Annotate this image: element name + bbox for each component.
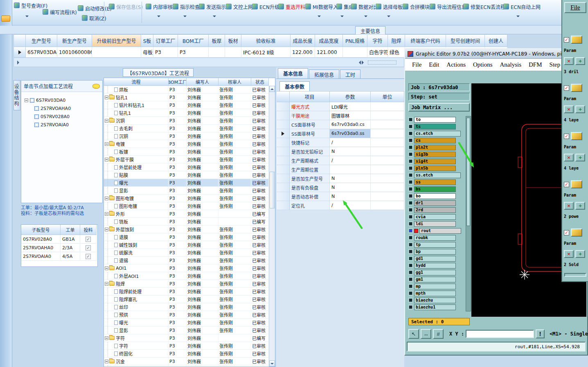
tree-node-child[interactable]: 0S7RV028A0 <box>34 112 102 121</box>
step-label[interactable]: Step: set <box>408 93 470 101</box>
layer-visibility-checkbox[interactable] <box>408 208 413 212</box>
subboard-row[interactable]: 0S7RV028A0GB1A✓ <box>21 235 97 244</box>
process-row[interactable]: AOI1P3刘伟巍张传刚已审核 <box>104 264 275 272</box>
job-matrix-button[interactable]: Job Matrix ... <box>408 103 470 112</box>
toolbar-button[interactable]: MI数据导入 <box>304 2 340 11</box>
layer-visibility-checkbox[interactable] <box>408 145 413 150</box>
process-row[interactable]: 板镀P3刘伟巍张传刚已审核 <box>104 148 275 156</box>
layer-visibility-checkbox[interactable] <box>408 201 413 205</box>
grid-column-header[interactable]: BOM工厂 <box>178 34 209 47</box>
process-row[interactable]: 沉铜P3刘伟巍张传刚已审核 <box>104 117 275 125</box>
layer-row[interactable]: ldi <box>408 220 464 227</box>
grid-column-header[interactable]: 新生产型号 <box>57 34 92 47</box>
layer-row[interactable]: bp <box>408 248 464 255</box>
layer-visibility-checkbox[interactable] <box>408 152 413 157</box>
tool-icon-button[interactable] <box>571 180 582 188</box>
checked-checkbox[interactable]: ✓ <box>564 85 569 91</box>
layer-row[interactable]: tp <box>408 241 464 248</box>
tool-icon-button[interactable] <box>571 228 582 237</box>
dropdown-arrow-icon[interactable] <box>387 16 390 19</box>
grid-tool-button[interactable]: # <box>433 329 444 339</box>
action-icon-button[interactable]: × <box>564 105 574 113</box>
process-row[interactable]: 外形P3刘伟巍已编写 <box>104 210 275 218</box>
param-value-cell[interactable]: LDI曝光 <box>330 102 371 111</box>
comment-icon[interactable] <box>92 84 100 89</box>
dropdown-arrow-icon[interactable] <box>364 16 367 19</box>
tree-node-child[interactable]: 2S7RVOAIA0 <box>34 121 102 129</box>
process-row[interactable]: 去毛刺P3刘伟巍张传刚已审核 <box>104 125 275 132</box>
param-value-cell[interactable] <box>330 165 371 174</box>
layer-visibility-checkbox[interactable] <box>408 256 413 261</box>
layer-visibility-checkbox[interactable] <box>408 180 413 184</box>
tree-node-child[interactable]: 2S7RVOAHA0 <box>34 104 102 112</box>
grid-column-header[interactable]: 板厚 <box>209 34 225 47</box>
layer-row[interactable]: mpth <box>408 290 464 297</box>
param-row[interactable]: SS面菲林号6s7rv03da0.ss <box>277 129 404 138</box>
dropdown-arrow-icon[interactable] <box>183 16 187 19</box>
grid-column-header[interactable]: 生产型号 <box>26 34 57 47</box>
tool-icon-button[interactable] <box>571 36 582 44</box>
grid-navigator[interactable] <box>14 58 404 67</box>
grid-column-header[interactable]: 验收标准 <box>241 34 291 47</box>
process-row[interactable]: 显影P3刘伟巍张传刚已审核 <box>104 187 275 195</box>
info-tab[interactable]: 拓展信息 <box>309 69 339 78</box>
toolbar-button[interactable]: 内部审核 <box>144 2 174 11</box>
collapse-toggle-icon[interactable] <box>25 98 28 102</box>
layer-visibility-checkbox[interactable] <box>408 228 413 233</box>
toolbar-button[interactable]: 保存信息(S) <box>107 2 144 11</box>
param-row[interactable]: 是否有负极盘N <box>277 183 404 192</box>
process-row[interactable]: 外层前处理P3刘伟巍张传刚已审核 <box>104 163 275 171</box>
grid-column-header[interactable]: 终端客户代码 <box>405 34 446 47</box>
process-row[interactable]: 显影P3刘伟巍张传刚已审核 <box>104 327 275 334</box>
process-row[interactable]: 铣板P3刘伟巍已编写 <box>104 218 275 226</box>
action-icon-button[interactable]: × <box>564 250 574 258</box>
info-tab[interactable]: 工时 <box>340 69 360 78</box>
process-row[interactable]: 阻焊塞孔P3刘伟巍张传刚已审核 <box>104 295 275 303</box>
xy-input[interactable] <box>466 330 534 338</box>
layer-visibility-checkbox[interactable] <box>408 173 413 177</box>
process-row[interactable]: 曝光P3刘伟巍张传刚已审核 <box>104 319 275 327</box>
action-icon-button[interactable]: + <box>575 57 585 65</box>
nav-slider[interactable] <box>368 60 397 65</box>
pointer-tool-button[interactable]: ↖ <box>408 329 419 339</box>
param-value-cell[interactable]: N <box>330 147 371 156</box>
layer-visibility-checkbox[interactable] <box>408 166 413 170</box>
checked-checkbox[interactable]: ✓ <box>86 254 91 259</box>
process-row[interactable]: 铝片料钻孔1P3刘伟巍张传刚已审核 <box>104 101 275 109</box>
info-tab[interactable]: 基本信息 <box>278 68 308 78</box>
dropdown-arrow-icon[interactable] <box>340 16 344 19</box>
collapse-toggle-icon[interactable] <box>105 158 108 161</box>
action-icon-button[interactable]: × <box>564 154 574 161</box>
grid-column-header[interactable]: S板 <box>141 34 153 47</box>
process-row[interactable]: 外层干膜P3刘伟巍张传刚已审核 <box>104 156 275 163</box>
collapse-toggle-icon[interactable] <box>105 266 108 270</box>
nav-next-icon[interactable] <box>362 60 366 65</box>
toolbar-button[interactable]: ECN自动上网 <box>502 2 542 11</box>
layer-row[interactable]: gm1 <box>408 276 464 283</box>
menu-item[interactable]: Options <box>469 60 496 69</box>
param-row[interactable]: CS面菲林号6s7rv03da0.cs <box>277 120 404 129</box>
process-row[interactable]: 阻焊前处理P3刘伟巍张传刚已审核 <box>104 288 275 295</box>
toolbar-button[interactable]: 编写流程(R) <box>41 8 79 16</box>
param-row[interactable]: 定位孔/ <box>277 201 404 210</box>
param-row[interactable]: 是否加生产型号N <box>277 174 404 183</box>
process-row[interactable]: 字符P3刘伟巍已编写 <box>104 334 275 342</box>
confirm-button[interactable]: ! <box>536 329 545 338</box>
grid-column-header[interactable]: PNL规格 <box>343 34 367 47</box>
menu-item[interactable]: Edit <box>425 60 443 69</box>
layer-row[interactable]: gd1 <box>408 255 464 262</box>
action-icon-button[interactable]: + <box>575 154 585 161</box>
scrollbar-thumb[interactable] <box>270 172 275 208</box>
process-row[interactable]: 烘板P3刘伟巍张传刚已审核 <box>104 86 275 94</box>
dropdown-arrow-icon[interactable] <box>516 16 520 19</box>
param-row[interactable]: 是否动态补偿N <box>277 192 404 201</box>
process-row[interactable]: 钻孔1P3刘伟巍张传刚已审核 <box>104 109 275 117</box>
layer-row[interactable]: dr1 <box>408 199 464 206</box>
layer-row[interactable]: ts <box>408 123 464 130</box>
layer-row[interactable]: cs <box>408 137 464 144</box>
layer-row[interactable]: pln2t <box>408 144 464 151</box>
checked-checkbox[interactable]: ✓ <box>86 245 91 251</box>
layer-visibility-checkbox[interactable] <box>408 215 413 219</box>
dropdown-arrow-icon[interactable] <box>157 16 160 19</box>
layer-row[interactable]: cvia <box>408 213 464 220</box>
